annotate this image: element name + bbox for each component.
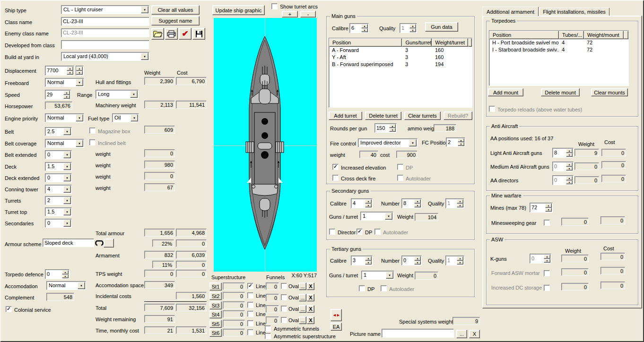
secondary-calibre-input[interactable]: 4 ▲▼ [351,198,373,208]
funnel4-browse-button[interactable]: ... [299,316,306,324]
table-row[interactable]: I - Starboard broadside swiv... 4 72 [489,46,628,53]
st6-value-field[interactable]: 0 [223,329,245,336]
open-file-button[interactable] [151,28,164,40]
spin-up-icon[interactable]: ▲ [414,199,421,204]
funnel3-oval-checkbox[interactable]: ✓ [281,306,287,312]
add-turret-button[interactable]: Add turret [329,111,362,120]
clear-turrets-button[interactable]: Clear turrets [404,111,441,120]
tertiary-calibre-input[interactable]: 3 ▲▼ [351,256,373,265]
chevron-down-icon[interactable]: ▼ [76,114,83,121]
picture-clear-button[interactable]: X [469,330,480,338]
suggest-name-button[interactable]: Suggest name [151,16,200,26]
spin-up-icon[interactable]: ▲ [63,91,70,95]
st3-button[interactable]: St3 [209,301,222,309]
zoom-in-button[interactable]: + [282,11,298,17]
funnel4-delete-button[interactable]: X [307,316,314,324]
spin-down-icon[interactable]: ▼ [365,261,372,265]
st1-value-field[interactable]: 0 [223,282,245,290]
chevron-down-icon[interactable]: ▼ [76,140,83,147]
mines-input[interactable]: 72 ▲▼ [530,203,553,213]
colonial-service-checkbox[interactable]: ✓ [6,306,12,312]
spin-up-icon[interactable]: ▲ [361,24,368,28]
light-aa-input[interactable]: 8 ▲▼ [552,148,574,158]
asymmetric-funnels-checkbox[interactable]: ✓ [265,325,271,332]
inclined-belt-checkbox[interactable]: ✓ [89,139,96,145]
cross-deck-fire-checkbox[interactable]: ✓ [332,175,339,181]
funnel1-oval-checkbox[interactable]: ✓ [281,283,287,289]
funnel1-value-field[interactable]: 0 [266,282,279,290]
spin-down-icon[interactable]: ▼ [409,28,416,33]
st4-line-checkbox[interactable]: ✓ [247,311,253,317]
spin-up-icon[interactable]: ▲ [389,124,396,128]
spin-up-icon[interactable]: ▲ [457,256,463,261]
build-yard-select[interactable]: Local yard (43,000) ▼ [61,52,149,61]
funnel3-browse-button[interactable]: ... [299,305,306,313]
range-select[interactable]: Long▼ [96,90,139,99]
chevron-down-icon[interactable]: ▼ [386,272,393,279]
displacement-extra-spinner[interactable]: ▲▼ [76,66,84,76]
secondary-guns-turret-select[interactable]: 1▼ [360,212,393,221]
chevron-down-icon[interactable]: ▼ [141,6,148,13]
spin-up-icon[interactable]: ▲ [566,176,573,180]
magazine-box-checkbox[interactable]: ✓ [89,128,96,134]
secondary-number-input[interactable]: 8 ▲▼ [401,198,422,208]
spin-up-icon[interactable]: ▲ [365,199,372,204]
chevron-down-icon[interactable]: ▼ [63,128,71,135]
main-guns-table[interactable]: Position Guns/turret Weight/turret A - F… [329,38,472,108]
ship-graphic-canvas[interactable] [214,18,317,272]
displacement-input[interactable]: 7700 ▲▼ [45,66,74,76]
spin-down-icon[interactable]: ▼ [389,128,396,132]
clear-mounts-button[interactable]: Clear mounts [591,88,628,96]
chevron-down-icon[interactable]: ▼ [131,114,138,121]
spin-up-icon[interactable]: ▲ [409,24,416,28]
chevron-down-icon[interactable]: ▼ [63,151,71,158]
spin-down-icon[interactable]: ▼ [566,167,573,171]
spin-up-icon[interactable]: ▲ [365,256,372,261]
secondary-quality-input[interactable]: 1 ▲▼ [445,198,464,208]
spin-down-icon[interactable]: ▼ [365,204,372,208]
spin-down-icon[interactable]: ▼ [566,180,573,185]
table-row[interactable]: Y - Aft 3 160 [329,54,472,61]
fc-positions-input[interactable]: 2 ▲▼ [446,137,465,147]
print-button[interactable] [165,28,178,40]
aa-directors-input[interactable]: 0 ▲▼ [552,175,574,185]
engine-priority-select[interactable]: Normal▼ [45,113,84,122]
spin-down-icon[interactable]: ▼ [414,261,421,265]
chevron-down-icon[interactable]: ▼ [63,186,71,193]
secondary-dp-checkbox[interactable]: ✓ [357,229,363,235]
column-header-weight-mount[interactable]: Weight/mount [584,31,624,39]
column-header-tubes[interactable]: Tubes/... [559,31,584,39]
spin-up-icon[interactable]: ▲ [414,256,421,261]
table-row[interactable]: A - Forward 3 160 [329,47,472,54]
medium-aa-input[interactable]: 0 ▲▼ [552,162,574,171]
minesweeping-gear-checkbox[interactable]: ✓ [544,220,550,226]
secondaries-armour-select[interactable]: 0▼ [45,219,72,228]
chevron-down-icon[interactable]: ▼ [76,79,83,86]
spin-down-icon[interactable]: ▼ [544,259,550,263]
column-header-position[interactable]: Position [489,31,559,39]
add-mount-button[interactable]: Add mount [488,88,523,96]
chevron-down-icon[interactable]: ▼ [63,197,71,204]
st4-button[interactable]: St4 [209,310,222,318]
funnel2-oval-checkbox[interactable]: ✓ [281,294,287,300]
delete-turret-button[interactable]: Delete turret [365,111,401,120]
spin-up-icon[interactable]: ▲ [67,67,73,71]
spin-down-icon[interactable]: ▼ [566,153,573,157]
funnel4-value-field[interactable]: 0 [266,316,279,324]
spin-up-icon[interactable]: ▲ [458,138,464,142]
st3-value-field[interactable]: 0 [223,301,245,309]
st6-line-checkbox[interactable]: ✓ [247,329,253,335]
st1-line-checkbox[interactable]: ✓ [247,283,253,289]
spin-down-icon[interactable]: ▼ [458,142,464,146]
st4-value-field[interactable]: 0 [223,310,245,318]
speed-input[interactable]: 29 ▲▼ [45,90,71,100]
validate-design-button[interactable]: ✔ [179,28,191,40]
conning-tower-select[interactable]: 4▼ [45,185,72,194]
class-name-input[interactable]: CL-23-III [61,17,149,26]
st5-line-checkbox[interactable]: ✓ [247,320,253,326]
spin-up-icon[interactable]: ▲ [457,199,463,204]
flip-ship-button[interactable]: ◄► [331,309,342,321]
chevron-down-icon[interactable]: ▼ [141,53,148,60]
st5-value-field[interactable]: 0 [223,320,245,327]
save-button[interactable] [192,28,205,40]
